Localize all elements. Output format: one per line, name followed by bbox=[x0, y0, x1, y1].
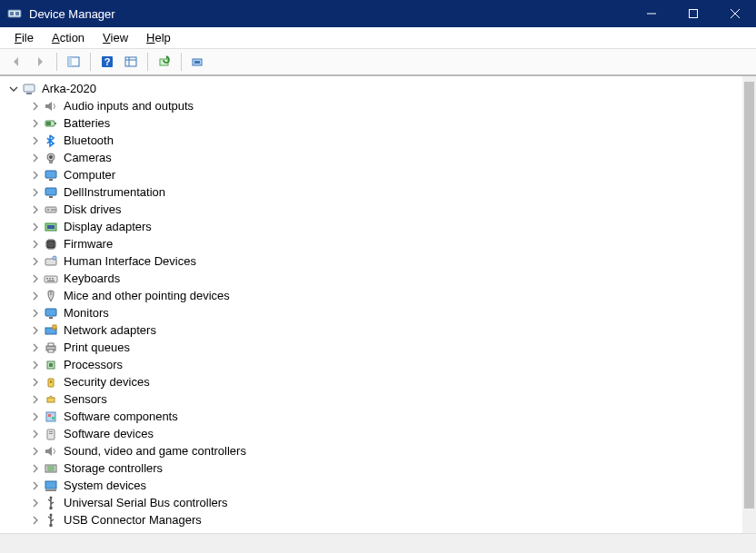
tree-item[interactable]: DellInstrumentation bbox=[4, 183, 756, 201]
toolbar-help-button[interactable]: ? bbox=[96, 52, 118, 72]
chevron-right-icon[interactable] bbox=[29, 324, 42, 337]
chevron-right-icon[interactable] bbox=[29, 341, 42, 354]
tree-item[interactable]: Keyboards bbox=[4, 270, 756, 287]
chevron-right-icon[interactable] bbox=[29, 445, 42, 458]
minimize-button[interactable] bbox=[631, 0, 672, 27]
toolbar-forward-button[interactable] bbox=[29, 52, 51, 72]
tree-item[interactable]: Audio inputs and outputs bbox=[4, 97, 756, 114]
content-area: Arka-2020Audio inputs and outputsBatteri… bbox=[0, 76, 756, 533]
tree-item[interactable]: Print queues bbox=[4, 339, 756, 356]
hid-icon bbox=[44, 254, 58, 269]
menu-file[interactable]: File bbox=[5, 29, 43, 46]
close-button[interactable] bbox=[714, 0, 756, 27]
chevron-right-icon[interactable] bbox=[29, 307, 42, 320]
svg-text:?: ? bbox=[104, 56, 111, 67]
system-icon bbox=[44, 479, 58, 493]
chevron-right-icon[interactable] bbox=[29, 497, 42, 509]
tree-item[interactable]: Sound, video and game controllers bbox=[4, 442, 756, 459]
menu-view[interactable]: View bbox=[94, 29, 137, 46]
sensor-icon bbox=[44, 392, 58, 407]
maximize-button[interactable] bbox=[672, 0, 714, 27]
chevron-right-icon[interactable] bbox=[29, 359, 42, 371]
tree-item[interactable]: Mice and other pointing devices bbox=[4, 287, 756, 304]
tree-item[interactable]: Software devices bbox=[4, 425, 756, 442]
usb-icon bbox=[44, 496, 58, 510]
chevron-right-icon[interactable] bbox=[29, 376, 42, 389]
chevron-right-icon[interactable] bbox=[29, 393, 42, 406]
tree-item[interactable]: Sensors bbox=[4, 390, 756, 408]
menubar: File Action View Help bbox=[0, 27, 756, 49]
scrollbar-thumb[interactable] bbox=[744, 82, 754, 509]
chevron-right-icon[interactable] bbox=[29, 221, 42, 233]
tree-item[interactable]: Bluetooth bbox=[4, 132, 756, 149]
tree-item-label: Mice and other pointing devices bbox=[64, 287, 237, 304]
toolbar-showhide-button[interactable] bbox=[63, 52, 85, 72]
tree-item-label: Universal Serial Bus controllers bbox=[64, 494, 235, 511]
tree-item-label: Batteries bbox=[64, 114, 117, 132]
chevron-right-icon[interactable] bbox=[29, 272, 42, 285]
tree-item-label: USB Connector Managers bbox=[64, 511, 209, 528]
svg-rect-3 bbox=[690, 10, 698, 18]
chevron-right-icon[interactable] bbox=[29, 186, 42, 199]
chevron-right-icon[interactable] bbox=[29, 462, 42, 475]
chevron-right-icon[interactable] bbox=[29, 169, 42, 182]
tree-item[interactable]: Software components bbox=[4, 408, 756, 425]
chevron-right-icon[interactable] bbox=[29, 117, 42, 130]
toolbar-properties-button[interactable] bbox=[120, 52, 142, 72]
tree-item[interactable]: Batteries bbox=[4, 114, 756, 132]
tree-item-label: Storage controllers bbox=[64, 459, 170, 477]
window-title: Device Manager bbox=[29, 7, 115, 21]
tree-item-label: Monitors bbox=[64, 304, 116, 321]
chevron-right-icon[interactable] bbox=[29, 134, 42, 147]
tree-item[interactable]: Firmware bbox=[4, 235, 756, 252]
chevron-right-icon[interactable] bbox=[29, 203, 42, 216]
tree-item[interactable]: Network adapters bbox=[4, 321, 756, 339]
app-icon bbox=[7, 6, 22, 21]
chevron-right-icon[interactable] bbox=[29, 100, 42, 113]
printer-icon bbox=[44, 341, 58, 355]
chevron-right-icon[interactable] bbox=[29, 410, 42, 423]
toolbar-add-legacy-button[interactable] bbox=[187, 52, 209, 72]
security-icon bbox=[44, 375, 58, 390]
menu-action[interactable]: Action bbox=[43, 29, 94, 46]
tree-item-label: Print queues bbox=[64, 339, 137, 356]
device-tree[interactable]: Arka-2020Audio inputs and outputsBatteri… bbox=[0, 76, 756, 533]
toolbar-scan-button[interactable] bbox=[154, 52, 175, 72]
tree-root[interactable]: Arka-2020 bbox=[4, 80, 756, 97]
tree-item[interactable]: Monitors bbox=[4, 304, 756, 321]
tree-item[interactable]: USB Connector Managers bbox=[4, 511, 756, 528]
tree-item[interactable]: Display adapters bbox=[4, 218, 756, 235]
tree-item-label: Sound, video and game controllers bbox=[64, 442, 254, 459]
vertical-scrollbar[interactable] bbox=[742, 76, 756, 533]
svg-rect-2 bbox=[15, 12, 19, 15]
chevron-right-icon[interactable] bbox=[29, 514, 42, 527]
toolbar-back-button[interactable] bbox=[5, 52, 27, 72]
chevron-right-icon[interactable] bbox=[29, 290, 42, 302]
monitor-icon bbox=[44, 306, 58, 321]
titlebar[interactable]: Device Manager bbox=[0, 0, 756, 27]
tree-item[interactable]: Processors bbox=[4, 356, 756, 373]
tree-item-label: Software devices bbox=[64, 425, 161, 442]
menu-help[interactable]: Help bbox=[137, 29, 180, 46]
chevron-down-icon[interactable] bbox=[7, 83, 20, 95]
tree-item-label: Cameras bbox=[64, 149, 119, 166]
tree-item-label: Display adapters bbox=[64, 218, 159, 235]
chevron-right-icon[interactable] bbox=[29, 238, 42, 251]
tree-item[interactable]: Universal Serial Bus controllers bbox=[4, 494, 756, 511]
tree-item[interactable]: Cameras bbox=[4, 149, 756, 166]
tree-item[interactable]: Security devices bbox=[4, 373, 756, 390]
bluetooth-icon bbox=[44, 133, 58, 148]
chevron-right-icon[interactable] bbox=[29, 255, 42, 268]
tree-item[interactable]: Disk drives bbox=[4, 201, 756, 218]
disk-icon bbox=[44, 202, 58, 217]
tree-item[interactable]: System devices bbox=[4, 477, 756, 494]
tree-item-label: Firmware bbox=[64, 235, 120, 252]
tree-item[interactable]: Computer bbox=[4, 166, 756, 183]
tree-item[interactable]: Human Interface Devices bbox=[4, 252, 756, 270]
tree-item-label: Software components bbox=[64, 408, 185, 425]
chevron-right-icon[interactable] bbox=[29, 428, 42, 440]
chevron-right-icon[interactable] bbox=[29, 152, 42, 164]
chevron-right-icon[interactable] bbox=[29, 479, 42, 492]
usb-icon bbox=[44, 513, 58, 528]
tree-item[interactable]: Storage controllers bbox=[4, 459, 756, 477]
